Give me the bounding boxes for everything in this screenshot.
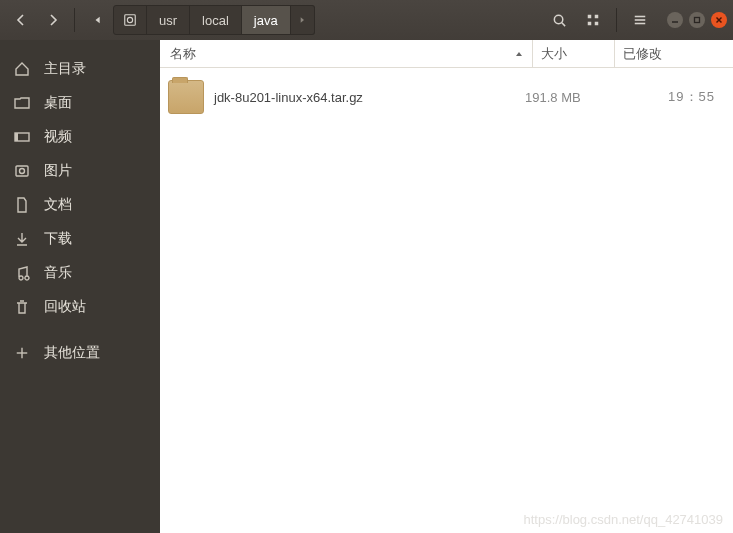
file-row[interactable]: jdk-8u201-linux-x64.tar.gz 191.8 MB 19：5… <box>160 74 733 120</box>
sidebar-item-downloads[interactable]: 下载 <box>0 222 160 256</box>
window-maximize-button[interactable] <box>689 12 705 28</box>
svg-rect-4 <box>588 15 592 19</box>
sidebar-item-home[interactable]: 主目录 <box>0 52 160 86</box>
toolbar-right <box>544 5 727 35</box>
window-close-button[interactable] <box>711 12 727 28</box>
sort-ascending-icon <box>514 49 524 59</box>
chevron-right-icon <box>47 14 59 26</box>
column-header-name[interactable]: 名称 <box>160 40 533 67</box>
videos-icon <box>14 129 30 145</box>
breadcrumb-item-usr[interactable]: usr <box>146 5 190 35</box>
home-icon <box>14 61 30 77</box>
hamburger-icon <box>633 13 647 27</box>
plus-icon <box>14 346 30 360</box>
watermark: https://blog.csdn.net/qq_42741039 <box>524 512 724 527</box>
sidebar-item-videos[interactable]: 视频 <box>0 120 160 154</box>
sidebar-item-label: 音乐 <box>44 264 72 282</box>
separator <box>616 8 617 32</box>
sidebar-item-label: 回收站 <box>44 298 86 316</box>
sidebar-item-label: 视频 <box>44 128 72 146</box>
file-name: jdk-8u201-linux-x64.tar.gz <box>214 90 363 105</box>
minimize-icon <box>671 16 679 24</box>
pictures-icon <box>14 163 30 179</box>
file-size: 191.8 MB <box>525 90 607 105</box>
nav-forward-button[interactable] <box>38 5 68 35</box>
sidebar-item-music[interactable]: 音乐 <box>0 256 160 290</box>
svg-point-18 <box>20 169 25 174</box>
titlebar: usr local java <box>0 0 733 40</box>
triangle-left-icon <box>93 15 103 25</box>
menu-button[interactable] <box>625 5 655 35</box>
desktop-icon <box>14 95 30 111</box>
trash-icon <box>14 299 30 315</box>
column-label: 名称 <box>170 45 196 63</box>
chevron-left-icon <box>15 14 27 26</box>
view-mode-button[interactable] <box>578 5 608 35</box>
svg-point-1 <box>127 17 132 22</box>
column-label: 大小 <box>541 45 567 63</box>
nav-back-button[interactable] <box>6 5 36 35</box>
svg-point-2 <box>554 15 562 23</box>
window-minimize-button[interactable] <box>667 12 683 28</box>
content-area: 名称 大小 已修改 jdk-8u201-linux-x64.tar.gz 191… <box>160 40 733 533</box>
svg-rect-12 <box>695 18 700 23</box>
svg-rect-16 <box>15 133 18 141</box>
breadcrumb-expand[interactable] <box>291 5 315 35</box>
sidebar-item-trash[interactable]: 回收站 <box>0 290 160 324</box>
search-button[interactable] <box>544 5 574 35</box>
sidebar-item-label: 其他位置 <box>44 344 100 362</box>
breadcrumb: usr local java <box>83 5 315 35</box>
breadcrumb-item-java[interactable]: java <box>241 5 291 35</box>
window-controls <box>667 12 727 28</box>
breadcrumb-root[interactable] <box>113 5 147 35</box>
sidebar-item-label: 文档 <box>44 196 72 214</box>
column-label: 已修改 <box>623 45 662 63</box>
svg-line-3 <box>561 22 564 25</box>
column-header-size[interactable]: 大小 <box>533 40 615 67</box>
separator <box>74 8 75 32</box>
archive-icon <box>168 80 204 114</box>
disk-icon <box>123 13 137 27</box>
sidebar-item-desktop[interactable]: 桌面 <box>0 86 160 120</box>
sidebar-item-label: 下载 <box>44 230 72 248</box>
column-headers: 名称 大小 已修改 <box>160 40 733 68</box>
svg-rect-0 <box>125 15 136 26</box>
file-name-cell: jdk-8u201-linux-x64.tar.gz <box>168 80 525 114</box>
svg-rect-5 <box>595 15 599 19</box>
sidebar-item-pictures[interactable]: 图片 <box>0 154 160 188</box>
sidebar-item-label: 图片 <box>44 162 72 180</box>
music-icon <box>14 265 30 281</box>
svg-rect-7 <box>595 22 599 26</box>
column-header-modified[interactable]: 已修改 <box>615 40 733 67</box>
path-parent-button[interactable] <box>83 5 113 35</box>
sidebar-item-label: 桌面 <box>44 94 72 112</box>
sidebar: 主目录 桌面 视频 图片 文档 下载 音乐 回收站 <box>0 40 160 533</box>
search-icon <box>552 13 567 28</box>
file-list[interactable]: jdk-8u201-linux-x64.tar.gz 191.8 MB 19：5… <box>160 68 733 533</box>
triangle-right-icon <box>298 16 306 24</box>
svg-rect-6 <box>588 22 592 26</box>
maximize-icon <box>693 16 701 24</box>
close-icon <box>715 16 723 24</box>
grid-icon <box>586 13 600 27</box>
downloads-icon <box>14 231 30 247</box>
sidebar-item-documents[interactable]: 文档 <box>0 188 160 222</box>
sidebar-item-label: 主目录 <box>44 60 86 78</box>
breadcrumb-item-local[interactable]: local <box>189 5 242 35</box>
svg-rect-17 <box>16 166 28 176</box>
sidebar-item-other-locations[interactable]: 其他位置 <box>0 336 160 370</box>
file-modified: 19：55 <box>607 88 725 106</box>
documents-icon <box>14 197 30 213</box>
